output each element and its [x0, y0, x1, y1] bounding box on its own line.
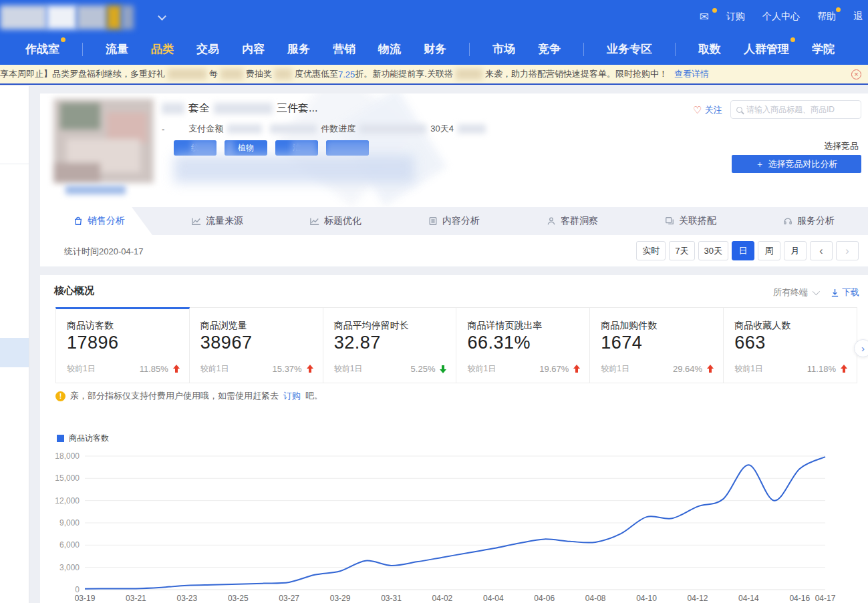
nav-item-marketing[interactable]: 营销	[333, 41, 355, 57]
nav-item-finance[interactable]: 财务	[424, 41, 446, 57]
svg-text:04-08: 04-08	[585, 594, 606, 603]
up-arrow-icon	[841, 365, 847, 373]
product-tags: 纹 植物 洁	[174, 140, 369, 156]
svg-text:03-25: 03-25	[228, 594, 249, 603]
sidebar-divider	[0, 164, 29, 164]
nav-divider	[675, 43, 676, 56]
svg-text:04-06: 04-06	[534, 594, 555, 603]
subscribe-link[interactable]: 订购	[283, 390, 301, 402]
follow-button[interactable]: ♡ 关注	[693, 104, 722, 116]
blurred-text	[162, 103, 184, 114]
nav-item-category-active[interactable]: 品类	[151, 41, 174, 57]
svg-text:3,000: 3,000	[59, 563, 80, 572]
statistics-time: 统计时间2020-04-17	[64, 246, 144, 258]
link-logout[interactable]: 退	[853, 11, 863, 23]
link-help[interactable]: 帮助	[817, 11, 836, 23]
pay-amount-label: 支付金额	[188, 123, 223, 135]
date-range-buttons: 实时 7天 30天 日 周 月 ‹ ›	[636, 241, 859, 260]
product-tag[interactable]	[326, 140, 369, 156]
discount-value: 7.25	[338, 69, 355, 79]
banner-close-icon[interactable]: ×	[851, 69, 861, 79]
tab-customer-insight[interactable]: 客群洞察	[513, 207, 631, 235]
line-chart-icon	[310, 216, 319, 226]
link-personal-center[interactable]: 个人中心	[762, 11, 800, 23]
metric-card-add-to-cart[interactable]: 商品加购件数 1674 较前1日 29.64%	[590, 307, 724, 383]
product-tag[interactable]: 纹	[174, 140, 216, 156]
shopping-bag-icon	[74, 216, 83, 226]
nav-item-trade[interactable]: 交易	[196, 41, 219, 57]
metrics-next-button[interactable]: ›	[854, 339, 868, 357]
compare-competitor-button[interactable]: ＋ 选择竞品对比分析	[732, 155, 861, 173]
overlap-squares-icon	[665, 216, 674, 226]
promo-banner: 享本周即止】品类罗盘福利继续，多重好礼 每 费抽奖 度优惠低至 7.25 折。新…	[0, 65, 868, 85]
notification-dot	[790, 37, 795, 42]
link-subscribe[interactable]: 订购	[726, 11, 745, 23]
svg-text:12,000: 12,000	[55, 496, 80, 506]
tab-sales-analysis[interactable]: 销售分析	[40, 207, 158, 235]
banner-details-link[interactable]: 查看详情	[674, 68, 709, 80]
product-tag[interactable]: 植物	[225, 140, 267, 156]
nav-item-logistics[interactable]: 物流	[378, 41, 401, 57]
account-chevron-down-icon[interactable]	[158, 12, 166, 21]
nav-divider	[583, 43, 584, 56]
blurred-product-image	[53, 99, 154, 183]
notification-dot	[712, 8, 717, 13]
nav-item-war-room[interactable]: 作战室	[25, 41, 59, 57]
privacy-mask	[174, 155, 414, 183]
tab-content-analysis[interactable]: 内容分析	[395, 207, 513, 235]
range-month-button[interactable]: 月	[784, 241, 807, 260]
product-tag[interactable]: 洁	[275, 140, 318, 156]
blurred-value	[227, 124, 262, 134]
metric-card-avg-stay[interactable]: 商品平均停留时长 32.87 较前1日 5.25%	[323, 307, 457, 383]
up-arrow-icon	[707, 365, 714, 373]
svg-text:03-27: 03-27	[279, 594, 299, 603]
metric-card-favorites[interactable]: 商品收藏人数 663 较前1日 11.18%	[724, 307, 857, 383]
range-30day-button[interactable]: 30天	[698, 241, 728, 260]
banner-text: 享本周即止】品类罗盘福利继续，多重好礼	[0, 68, 165, 80]
nav-item-market[interactable]: 市场	[492, 41, 515, 57]
nav-item-data-extract[interactable]: 取数	[698, 41, 721, 57]
product-title: 套全 三件套...	[162, 102, 317, 116]
svg-text:04-14: 04-14	[738, 594, 759, 603]
section-title: 核心概况	[54, 284, 94, 297]
range-7day-button[interactable]: 7天	[669, 241, 694, 260]
tab-traffic-source[interactable]: 流量来源	[158, 207, 277, 235]
range-realtime-button[interactable]: 实时	[636, 241, 666, 260]
blurred-text	[456, 69, 482, 79]
nav-item-service[interactable]: 服务	[287, 41, 310, 57]
chevron-down-icon	[813, 288, 820, 295]
metric-card-pageviews[interactable]: 商品浏览量 38967 较前1日 15.37%	[190, 307, 323, 383]
metric-card-bounce-rate[interactable]: 商品详情页跳出率 66.31% 较前1日 19.67%	[456, 307, 590, 383]
terminal-filter-dropdown[interactable]: 所有终端	[773, 286, 818, 298]
next-period-button[interactable]: ›	[836, 241, 859, 260]
svg-text:6,000: 6,000	[59, 540, 80, 550]
mail-icon[interactable]: ✉	[700, 10, 709, 24]
primary-nav: 作战室 流量 品类 交易 内容 服务 营销 物流 财务 市场 竞争 业务专区 取…	[0, 33, 868, 65]
svg-text:04-04: 04-04	[483, 594, 504, 603]
page-body: 套全 三件套... - 支付金额 件数进度 30天4 纹 植物 洁 ♡ 关注	[0, 86, 868, 603]
tab-title-optimization[interactable]: 标题优化	[277, 207, 395, 235]
tab-association-matching[interactable]: 关联搭配	[631, 207, 750, 235]
sidebar-selected-item[interactable]	[0, 338, 29, 367]
nav-item-traffic[interactable]: 流量	[106, 41, 128, 57]
download-link[interactable]: 下载	[831, 286, 859, 298]
nav-item-crowd-management[interactable]: 人群管理	[744, 41, 789, 57]
prev-period-button[interactable]: ‹	[810, 241, 833, 260]
core-overview-card: 核心概况 所有终端 下载 商品访客数 17896 较前1日 11.85% 商品浏…	[40, 275, 868, 603]
range-day-button-active[interactable]: 日	[732, 241, 754, 260]
visitors-line-chart[interactable]: 03,0006,0009,00012,00015,00018,00003-190…	[40, 445, 868, 603]
download-icon	[831, 288, 839, 297]
blurred-value	[359, 124, 426, 134]
nav-item-competition[interactable]: 竞争	[538, 41, 561, 57]
range-week-button[interactable]: 周	[758, 241, 780, 260]
metric-card-visitors[interactable]: 商品访客数 17896 较前1日 11.85%	[55, 307, 190, 383]
piece-progress-label: 件数进度	[321, 123, 355, 135]
plus-icon: ＋	[756, 158, 764, 170]
search-input[interactable]	[746, 105, 855, 114]
svg-text:0: 0	[75, 585, 80, 594]
nav-item-academy[interactable]: 学院	[812, 41, 835, 57]
nav-item-business-zone[interactable]: 业务专区	[607, 41, 652, 57]
tab-service-analysis[interactable]: 服务分析	[750, 207, 868, 235]
top-navigation-bar: ✉ 订购 个人中心 帮助 退 作战室 流量 品类 交易 内容 服务 营销 物流 …	[0, 0, 868, 65]
nav-item-content[interactable]: 内容	[242, 41, 265, 57]
